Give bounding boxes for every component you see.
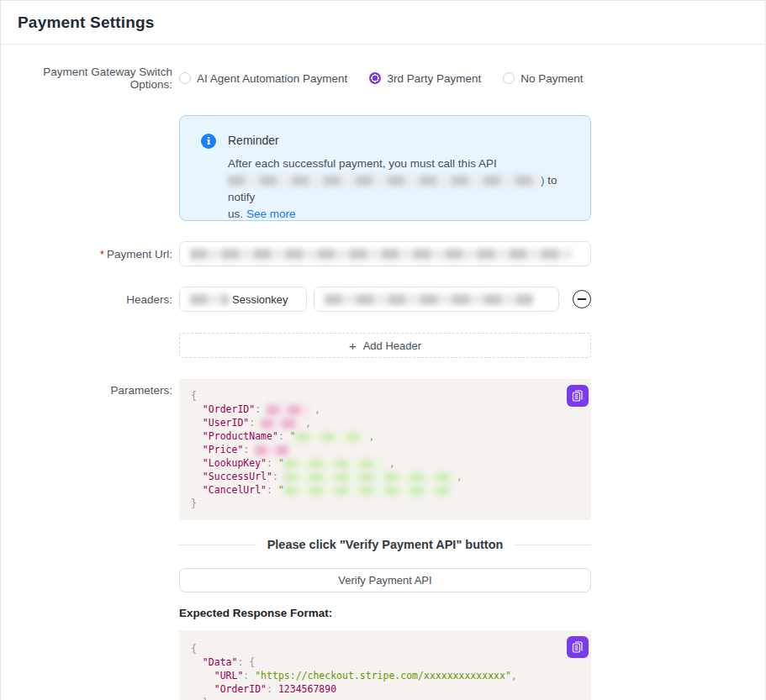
gateway-options-label: Payment Gateway Switch Options: [1,66,179,91]
header-key-visible-text: Sessionkey [232,293,288,306]
radio-option-label: 3rd Party Payment [387,72,481,85]
redacted-value [296,432,363,442]
reminder-line-1: After each successful payment, you must … [228,155,570,172]
reminder-line-3: us.See more [228,206,570,223]
expected-response-label-row: Expected Response Format: [1,605,765,620]
required-asterisk: * [100,248,104,261]
redacted-value [284,459,383,469]
header-key-input[interactable]: Sessionkey [179,287,307,312]
reminder-alert: i Reminder After each successful payment… [179,115,591,221]
payment-url-input[interactable] [179,241,591,266]
payment-settings-panel: Payment Settings Payment Gateway Switch … [0,0,766,700]
radio-option-0[interactable]: AI Agent Automation Payment [179,72,347,85]
redacted-value [284,486,449,496]
parameters-label: Parameters: [1,379,179,397]
remove-header-button[interactable] [573,290,591,308]
add-header-button[interactable]: + Add Header [179,333,591,358]
expected-response-row: { "Data": { "URL": "https://checkout.str… [1,630,765,700]
expected-response-label: Expected Response Format: [179,607,332,619]
see-more-link[interactable]: See more [246,208,296,220]
divider-line-left [179,545,256,545]
divider-line-right [515,545,591,545]
redacted-api-url [228,176,541,186]
radio-unselected-icon[interactable] [503,72,515,84]
minus-circle-icon [578,298,586,300]
radio-selected-icon[interactable] [369,72,381,84]
verify-hint-row: Please click "Verify Payment API" button [1,538,765,551]
expected-response-code: { "Data": { "URL": "https://checkout.str… [191,642,579,700]
redacted-header-key-prefix [190,294,229,305]
expected-response-code-block: { "Data": { "URL": "https://checkout.str… [179,630,591,700]
payment-url-label: *Payment Url: [1,248,179,261]
redacted-value [284,472,457,482]
headers-label: Headers: [1,293,179,306]
parameters-code: { "OrderID": , "UserID": , "ProductName"… [191,389,579,510]
redacted-value [267,405,309,415]
verify-payment-api-button[interactable]: Verify Payment API [179,568,591,592]
info-icon: i [201,134,216,149]
reminder-body: After each successful payment, you must … [228,155,570,223]
copy-parameters-button[interactable] [567,385,589,407]
page-title: Payment Settings [18,13,748,32]
redacted-payment-url-value [190,249,573,260]
copy-icon [572,390,584,402]
parameters-row: Parameters: { "OrderID": , "UserID": , "… [1,379,765,520]
reminder-row: i Reminder After each successful payment… [1,115,765,221]
radio-option-label: No Payment [520,72,583,85]
reminder-line-2: ) to notify [228,172,570,206]
parameters-code-block: { "OrderID": , "UserID": , "ProductName"… [179,379,591,520]
radio-unselected-icon[interactable] [179,72,191,84]
add-header-label: Add Header [363,339,421,352]
radio-option-1[interactable]: 3rd Party Payment [369,72,481,85]
plus-icon: + [349,339,357,353]
page-header: Payment Settings [1,1,765,45]
redacted-value [261,418,299,429]
verify-hint-divider: Please click "Verify Payment API" button [179,538,591,551]
headers-row: Headers: Sessionkey [1,287,765,312]
copy-icon [572,641,584,653]
add-header-row: + Add Header [1,333,765,358]
reminder-title: Reminder [228,133,570,147]
copy-response-button[interactable] [567,636,589,658]
redacted-header-value [325,294,533,305]
payment-gateway-radio-group: AI Agent Automation Payment3rd Party Pay… [179,72,583,85]
radio-option-label: AI Agent Automation Payment [197,72,347,85]
payment-url-row: *Payment Url: [1,241,765,266]
gateway-options-row: Payment Gateway Switch Options: AI Agent… [1,66,765,91]
verify-button-row: Verify Payment API [1,568,765,592]
redacted-value [255,445,288,455]
header-value-input[interactable] [314,287,559,312]
verify-hint-text: Please click "Verify Payment API" button [267,538,504,551]
radio-option-2[interactable]: No Payment [503,72,583,85]
page-body: Payment Gateway Switch Options: AI Agent… [1,45,765,700]
